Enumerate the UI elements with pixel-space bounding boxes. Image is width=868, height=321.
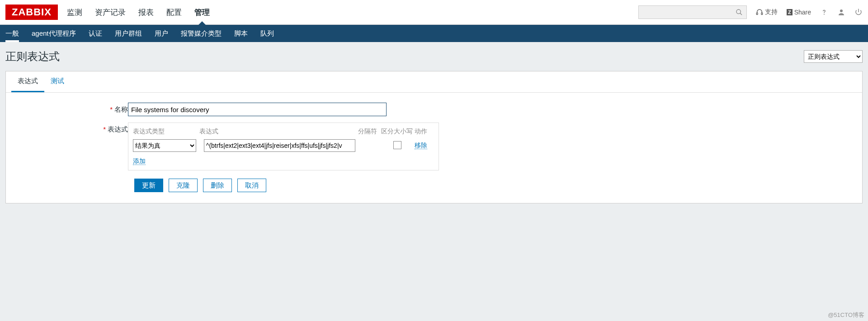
- add-link[interactable]: 添加: [133, 157, 146, 165]
- expression-box: 表达式类型 表达式 分隔符 区分大小写 动作 结果为真: [128, 123, 439, 170]
- menu-monitor[interactable]: 监测: [67, 0, 82, 24]
- share-label: Share: [794, 9, 811, 16]
- svg-point-5: [840, 9, 843, 12]
- button-row: 更新 克隆 删除 取消: [134, 179, 853, 192]
- svg-point-4: [824, 14, 825, 14]
- support-label: 支持: [765, 8, 778, 16]
- delete-button[interactable]: 删除: [203, 179, 232, 192]
- sub-nav: 一般 agent代理程序 认证 用户群组 用户 报警媒介类型 脚本 队列: [0, 25, 868, 42]
- subnav-auth[interactable]: 认证: [89, 25, 102, 42]
- expression-header: 表达式类型 表达式 分隔符 区分大小写 动作: [133, 127, 434, 136]
- share-link[interactable]: Z Share: [787, 9, 811, 16]
- header-expr: 表达式: [199, 127, 355, 136]
- label-name: *名称: [15, 103, 128, 116]
- power-icon[interactable]: [854, 8, 863, 16]
- expression-row: 结果为真 移除: [133, 139, 434, 152]
- header-type: 表达式类型: [133, 127, 199, 136]
- search-box[interactable]: [638, 5, 747, 19]
- cancel-button[interactable]: 取消: [237, 179, 266, 192]
- headset-icon: [756, 9, 763, 16]
- page-title: 正则表达式: [5, 49, 60, 64]
- main-panel: 表达式 测试 *名称 *表达式 表达式类型 表达式 分隔符 区分大小写 动作: [5, 71, 863, 203]
- support-link[interactable]: 支持: [756, 8, 778, 16]
- update-button[interactable]: 更新: [134, 179, 163, 192]
- section-dropdown[interactable]: 正则表达式: [804, 50, 863, 63]
- subnav-usergroups[interactable]: 用户群组: [115, 25, 142, 42]
- share-icon: Z: [787, 9, 793, 15]
- form-area: *名称 *表达式 表达式类型 表达式 分隔符 区分大小写 动作: [6, 93, 862, 203]
- subnav-users[interactable]: 用户: [155, 25, 168, 42]
- clone-button[interactable]: 克隆: [169, 179, 198, 192]
- subnav-mediatypes[interactable]: 报警媒介类型: [181, 25, 222, 42]
- svg-point-0: [736, 9, 741, 14]
- page-title-row: 正则表达式 正则表达式: [0, 42, 868, 71]
- tab-expression[interactable]: 表达式: [11, 71, 44, 92]
- header-act: 动作: [415, 127, 434, 136]
- svg-rect-3: [761, 13, 763, 14]
- search-icon: [736, 9, 743, 16]
- tabs: 表达式 测试: [6, 71, 862, 93]
- subnav-queue[interactable]: 队列: [260, 25, 274, 42]
- expr-value-input[interactable]: [204, 139, 355, 152]
- header-case: 区分大小写: [380, 127, 415, 136]
- menu-config[interactable]: 配置: [166, 0, 182, 24]
- right-select: 正则表达式: [804, 50, 863, 63]
- subnav-general[interactable]: 一般: [5, 25, 19, 42]
- menu-inventory[interactable]: 资产记录: [95, 0, 126, 24]
- svg-rect-2: [756, 13, 758, 14]
- row-expression: *表达式 表达式类型 表达式 分隔符 区分大小写 动作 结果为真: [15, 123, 853, 170]
- help-icon[interactable]: [820, 8, 828, 16]
- logo[interactable]: ZABBIX: [5, 5, 58, 20]
- name-input[interactable]: [128, 103, 387, 116]
- subnav-proxies[interactable]: agent代理程序: [32, 25, 76, 42]
- row-name: *名称: [15, 103, 853, 116]
- top-header: ZABBIX 监测 资产记录 报表 配置 管理 支持 Z Share: [0, 0, 868, 25]
- menu-reports[interactable]: 报表: [138, 0, 154, 24]
- top-menu: 监测 资产记录 报表 配置 管理: [67, 0, 210, 24]
- expr-type-select[interactable]: 结果为真: [133, 139, 196, 152]
- subnav-scripts[interactable]: 脚本: [234, 25, 248, 42]
- remove-link[interactable]: 移除: [415, 142, 427, 149]
- user-icon[interactable]: [837, 8, 845, 16]
- label-expression: *表达式: [15, 123, 128, 170]
- menu-admin[interactable]: 管理: [194, 0, 210, 24]
- svg-line-1: [740, 13, 742, 15]
- header-sep: 分隔符: [355, 127, 380, 136]
- case-checkbox[interactable]: [393, 141, 401, 149]
- tab-test[interactable]: 测试: [44, 71, 71, 92]
- top-right: 支持 Z Share: [638, 5, 863, 19]
